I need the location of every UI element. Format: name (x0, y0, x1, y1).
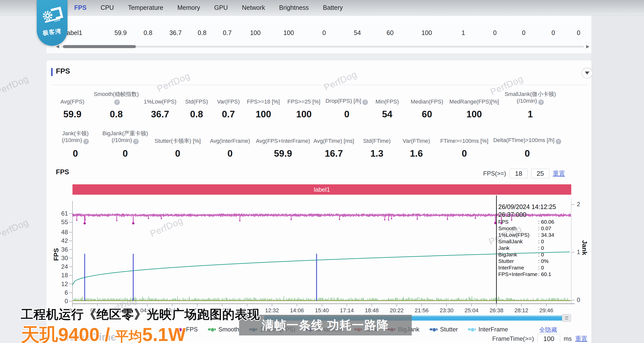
metric-label: Var(FTime) (403, 130, 430, 144)
x-axis-tick-label: 25:04 (460, 307, 483, 314)
metric-item: Var(FPS)0.7 (212, 91, 244, 120)
help-icon[interactable]: ? (114, 99, 120, 105)
x-axis-tick-label: 28:12 (510, 307, 533, 314)
metric-label: Var(FPS) (217, 91, 240, 105)
help-icon[interactable]: ? (538, 99, 544, 105)
tooltip-row: SmallJank: 0 (498, 238, 556, 245)
metric-label-text: Avg(InterFrame) (210, 138, 250, 144)
tooltip-rows: FPS: 60.06Smooth: 0.071%Low(FPS): 34.34S… (498, 219, 556, 278)
frametime-reset-link[interactable]: 重置 (575, 335, 587, 343)
panel-accent-bar (51, 68, 53, 76)
metric-label: Avg(FTime) [ms] (314, 130, 354, 144)
x-axis-tick-label: 12:32 (261, 307, 283, 314)
scroll-right-icon[interactable]: ▶ (586, 44, 589, 49)
metric-value: 1.3 (370, 148, 383, 159)
caption-part: 平均 (115, 329, 142, 343)
metric-label-line: Avg(InterFrame) (210, 138, 250, 144)
metric-label-text: Avg(FTime) [ms] (314, 138, 354, 144)
tab-gpu[interactable]: GPU (214, 4, 228, 11)
perfdog-watermark: PerfDog (0, 217, 30, 241)
tab-brightness[interactable]: Brightness (279, 4, 309, 11)
page: FPSCPUTemperatureMemoryGPUNetworkBrightn… (0, 0, 644, 343)
hide-all-link[interactable]: 全隐藏 (539, 326, 557, 334)
fps-threshold-input-2[interactable] (531, 169, 549, 178)
metric-value: 100 (466, 109, 482, 120)
left-axis-tick-label: 12 (54, 281, 68, 288)
metric-label-text: Var(FTime) (403, 138, 430, 144)
x-axis-tick-label: 26:38 (485, 307, 508, 314)
tooltip-row-value: : 0 (538, 252, 544, 257)
metric-label-text: Min(FPS) (375, 98, 399, 105)
metric-label-text: (/10min) (112, 137, 132, 143)
metric-label: Min(FPS) (375, 91, 399, 105)
metric-label-line: Smooth(稳帧指数)? (93, 91, 139, 105)
metric-label-text: Std(FPS) (185, 98, 208, 105)
metric-label-line: Var(FPS) (217, 98, 240, 105)
right-axis-tick-label: 0 (577, 296, 580, 303)
metric-item: Std(FTime)1.3 (358, 130, 396, 159)
perfdog-watermark: PerfDog (0, 74, 30, 97)
left-axis-tick-label: 42 (54, 237, 68, 244)
series-label-bar: label1 (72, 184, 571, 195)
frametime-controls: FrameTime(>=) ms 重置 (492, 334, 587, 343)
help-icon[interactable]: ? (83, 139, 89, 144)
metric-label-line: Avg(FPS+InterFrame) (256, 138, 310, 144)
metric-value: 0.8 (190, 109, 203, 120)
tab-battery[interactable]: Battery (323, 4, 343, 11)
chart-range-handle[interactable]: ☰ (562, 314, 571, 322)
summary-cell: 0 (509, 29, 538, 37)
grip-icon: ☰ (564, 315, 569, 321)
legend-item-smooth[interactable]: Smooth (208, 326, 239, 333)
metric-value: 0.8 (110, 109, 123, 120)
legend-item-stutter[interactable]: Stutter (430, 326, 458, 333)
summary-cell: 59.9 (107, 29, 134, 37)
summary-row[interactable]: ✓ label1 59.90.836.70.80.710010005460100… (56, 29, 589, 37)
scrollbar-track[interactable] (61, 46, 584, 48)
legend-label: Stutter (440, 326, 458, 333)
tab-memory[interactable]: Memory (177, 4, 200, 11)
metric-label-text: 1%Low(FPS) (144, 98, 176, 105)
tooltip-row-value: : 0.07 (538, 225, 551, 231)
summary-horizontal-scrollbar[interactable]: ◀ ▶ (56, 44, 589, 49)
help-icon[interactable]: ? (362, 99, 368, 105)
metric-item: FPS>=18 [%]100 (244, 91, 282, 120)
metric-item: Avg(FTime) [ms]16.7 (310, 130, 358, 159)
tab-cpu[interactable]: CPU (101, 4, 114, 11)
tooltip-row-name: Stutter (498, 258, 538, 264)
x-axis-tick-label: 18:48 (360, 307, 383, 314)
tooltip-row: FPS: 60.06 (498, 219, 556, 225)
fps-threshold-controls: FPS(>=) 重置 (483, 169, 565, 178)
metric-label: FTime>=100ms [%] (440, 130, 488, 144)
tooltip-row-value: : 60.06 (538, 219, 554, 225)
series-label: label1 (314, 186, 330, 193)
scrollbar-thumb[interactable] (63, 45, 136, 48)
tab-fps[interactable]: FPS (74, 4, 87, 11)
metric-item: Smooth(稳帧指数)?0.8 (93, 91, 139, 120)
help-icon[interactable]: ? (556, 139, 561, 144)
left-axis-tick-label: 6 (54, 289, 68, 296)
metric-value: 0 (73, 148, 78, 159)
tooltip-row-name: InterFrame (498, 264, 538, 271)
metric-label: BigJank(严重卡顿)(/10min)? (102, 130, 148, 144)
metric-label-text: Smooth(稳帧指数) (94, 91, 139, 97)
summary-cell: 100 (407, 29, 446, 37)
collapse-panel-button[interactable] (582, 67, 593, 79)
x-axis-tick-label: 29:46 (535, 307, 558, 314)
metric-label-line: (/10min)? (102, 137, 148, 144)
tooltip-row: Smooth: 0.07 (498, 225, 556, 232)
left-axis-tick-label: 48 (54, 229, 68, 236)
metric-label-line: (/10min)? (62, 137, 89, 144)
summary-cell: 0 (569, 29, 589, 37)
fps-threshold-input-1[interactable] (510, 169, 528, 178)
legend-item-interframe[interactable]: InterFrame (468, 326, 508, 333)
fps-threshold-reset-link[interactable]: 重置 (553, 169, 565, 178)
tab-network[interactable]: Network (242, 4, 265, 11)
tooltip-row-name: 1%Low(FPS) (498, 232, 538, 238)
tooltip-datetime: 26/09/2024 14:12:25 (498, 203, 556, 211)
frametime-input[interactable] (538, 334, 560, 343)
left-axis-tick-label: 24 (54, 263, 68, 270)
help-icon[interactable]: ? (133, 139, 139, 144)
tooltip-row-value: : 34.34 (538, 232, 554, 238)
tooltip-row-value: : 0 (538, 238, 544, 244)
tab-temperature[interactable]: Temperature (128, 4, 163, 11)
